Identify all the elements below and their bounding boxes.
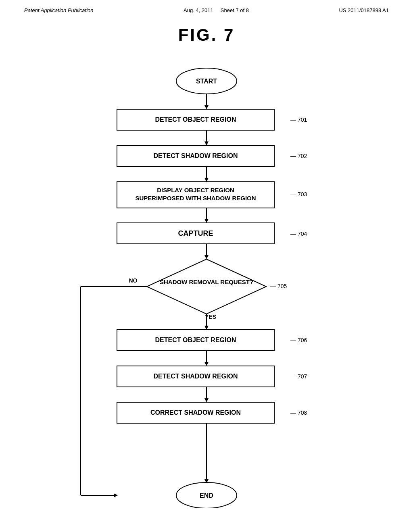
header-patent-number: US 2011/0187898 A1 xyxy=(339,7,389,13)
svg-text:CORRECT SHADOW REGION: CORRECT SHADOW REGION xyxy=(150,409,241,416)
flowchart-diagram: START DETECT OBJECT REGION — 701 DETECT … xyxy=(0,49,413,508)
svg-text:DETECT OBJECT REGION: DETECT OBJECT REGION xyxy=(155,116,236,123)
svg-text:— 704: — 704 xyxy=(290,231,307,237)
header-publication: Patent Application Publication xyxy=(24,7,94,13)
svg-marker-45 xyxy=(204,398,209,402)
svg-marker-19 xyxy=(204,219,209,223)
svg-marker-25 xyxy=(147,259,266,314)
svg-text:— 702: — 702 xyxy=(290,153,307,159)
svg-text:START: START xyxy=(196,78,217,85)
svg-text:NO: NO xyxy=(129,277,138,284)
svg-marker-3 xyxy=(204,105,209,109)
svg-marker-30 xyxy=(204,326,209,330)
svg-marker-8 xyxy=(204,141,209,145)
svg-marker-24 xyxy=(204,255,209,259)
svg-text:SUPERIMPOSED WITH SHADOW REGIO: SUPERIMPOSED WITH SHADOW REGION xyxy=(135,195,256,202)
figure-title: FIG. 7 xyxy=(0,25,413,45)
svg-text:SHADOW REMOVAL REQUEST?: SHADOW REMOVAL REQUEST? xyxy=(160,278,253,285)
svg-text:CAPTURE: CAPTURE xyxy=(178,229,213,237)
svg-text:DETECT OBJECT REGION: DETECT OBJECT REGION xyxy=(155,337,236,343)
svg-marker-35 xyxy=(114,493,118,497)
page-header: Patent Application Publication Aug. 4, 2… xyxy=(0,0,413,13)
svg-marker-40 xyxy=(204,362,209,366)
svg-text:— 703: — 703 xyxy=(290,191,307,197)
svg-text:— 701: — 701 xyxy=(290,116,307,123)
svg-text:— 708: — 708 xyxy=(290,409,307,416)
svg-text:DISPLAY OBJECT REGION: DISPLAY OBJECT REGION xyxy=(157,187,234,193)
header-date-sheet: Aug. 4, 2011 Sheet 7 of 8 xyxy=(184,7,249,13)
svg-text:DETECT SHADOW REGION: DETECT SHADOW REGION xyxy=(154,152,238,159)
svg-text:— 707: — 707 xyxy=(290,373,307,380)
svg-marker-13 xyxy=(204,178,209,182)
svg-text:— 706: — 706 xyxy=(290,337,307,343)
svg-text:— 705: — 705 xyxy=(270,283,287,289)
svg-text:END: END xyxy=(200,492,213,499)
svg-text:DETECT SHADOW REGION: DETECT SHADOW REGION xyxy=(154,373,238,380)
